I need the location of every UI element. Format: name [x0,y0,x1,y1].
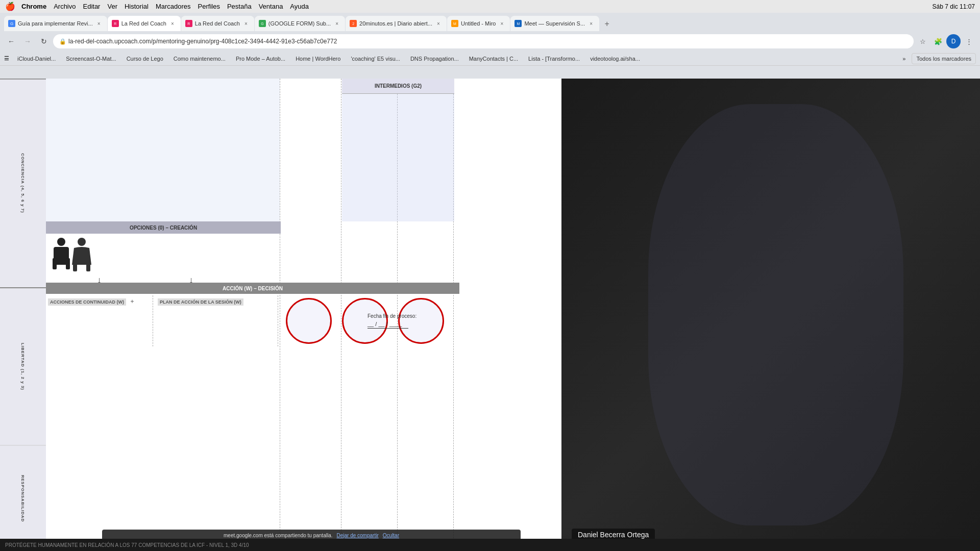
bookmark-folder[interactable]: Todos los marcadores [912,53,976,64]
tab-title-6: Untitled - Miro [461,20,496,27]
bookmark-wordhero[interactable]: Home | WordHero [291,53,345,64]
opciones-label: OPCIONES (0) – CREACIÓN [130,225,197,231]
more-button[interactable]: ⋮ [962,34,976,48]
accion-bar: ACCIÓN (W) – DECISIÓN [46,283,459,294]
menu-archivo[interactable]: Archivo [54,3,76,10]
bookmark-lista[interactable]: Lista - [Transformo... [524,53,584,64]
menu-editar[interactable]: Editar [83,3,100,10]
svg-point-4 [78,238,86,246]
tab-6[interactable]: M Untitled - Miro × [447,16,510,31]
menu-ventana[interactable]: Ventana [259,3,283,10]
tab-close-1[interactable]: × [95,19,103,28]
bookmarks-icon: ☰ [4,55,9,62]
tab-title-4: (GOOGLE FORM) Sub... [268,20,331,27]
hide-notification-button[interactable]: Ocultar [383,533,399,538]
add-accion-button[interactable]: + [130,298,134,305]
bookmarks-more-button[interactable]: » [900,56,908,62]
bottom-status-text: PROTÉGETE HUMANAMENTE EN RELACIÓN A LOS … [5,542,249,548]
bookmark-dns[interactable]: DNS Propagation... [406,53,463,64]
upper-left-bg [46,79,280,221]
back-button[interactable]: ← [4,34,18,48]
tab-3[interactable]: R La Red del Coach × [181,16,254,31]
tab-close-5[interactable]: × [434,19,443,28]
accion-label: ACCIÓN (W) – DECISIÓN [223,286,283,291]
tab-5[interactable]: 2 20minutos.es | Diario abiert... × [346,16,447,31]
tab-title-2: La Red del Coach [121,20,166,27]
bookmark-star-button[interactable]: ☆ [916,34,930,48]
sidebar-section-libertad: LIBERTAD (1, 2 y 3) [0,287,46,445]
main-content: CONCIENCIA (4, 5, 6 y 7) LIBERTAD (1, 2 … [0,79,980,551]
bookmark-como[interactable]: Como maintenemo... [169,53,230,64]
large-video-bg [561,79,980,551]
stop-sharing-link[interactable]: Dejar de compartir [336,533,378,538]
tab-7[interactable]: M Meet — Supervisión S... × [510,16,599,31]
person-2-silhouette [69,237,94,272]
libertad-label: LIBERTAD (1, 2 y 3) [21,343,26,390]
bookmark-coaching[interactable]: 'coaching' E5 visu... [347,53,404,64]
bookmark-videotoolog[interactable]: videotoolog.ai/sha... [586,53,644,64]
circle-intermedios-1 [286,298,332,344]
tab-close-2[interactable]: × [168,19,177,28]
upper-right-bg [342,94,454,221]
tab-title-7: Meet — Supervisión S... [524,20,585,27]
tab-1[interactable]: G Guía para implementar Revi... × [4,16,107,31]
fecha-value: __ / __ / ____ [368,321,408,329]
apple-menu[interactable]: 🍎 [5,2,15,11]
share-notification-text: meet.google.com está compartiendo tu pan… [224,533,332,538]
bookmark-manycontacts[interactable]: ManyContacts | C... [465,53,522,64]
toolbar-right: ☆ 🧩 D ⋮ [916,34,976,48]
intermedios-text: INTERMEDIOS (G2) [375,83,422,89]
tab-4[interactable]: G (GOOGLE FORM) Sub... × [255,16,345,31]
tab-favicon-2: R [112,20,119,27]
bookmark-screencast[interactable]: Screencast-O-Mat... [62,53,120,64]
tab-close-4[interactable]: × [333,19,341,28]
coaching-webpage: CONCIENCIA (4, 5, 6 y 7) LIBERTAD (1, 2 … [0,79,459,551]
reload-button[interactable]: ↻ [37,34,51,48]
chrome-window: G Guía para implementar Revi... × R La R… [0,13,980,551]
acciones-continuidad-area: ACCIONES DE CONTINUIDAD (W) + [46,295,153,346]
svg-point-0 [57,238,65,246]
menu-marcadores[interactable]: Marcadores [156,3,191,10]
address-bar-area: ← → ↻ 🔒 la-red-del-coach.upcoach.com/p/m… [0,31,980,52]
video-person-area [648,104,903,525]
bookmark-lego[interactable]: Curso de Lego [122,53,167,64]
fecha-fin-area: Fecha fin de proceso: __ / __ / ____ [368,313,416,329]
url-text: la-red-del-coach.upcoach.com/p/mentoring… [68,38,908,45]
persons-area [48,237,110,278]
acciones-continuidad-label: ACCIONES DE CONTINUIDAD (W) [48,298,126,306]
new-tab-button[interactable]: + [600,17,614,31]
bookmark-promode[interactable]: Pro Mode – Autob... [232,53,289,64]
tab-close-7[interactable]: × [587,19,595,28]
sidebar-section-conciencia: CONCIENCIA (4, 5, 6 y 7) [0,79,46,287]
menubar-right-icons: Sáb 7 dic 11:07 [933,3,975,10]
menu-ver[interactable]: Ver [107,3,117,10]
tab-favicon-6: M [451,20,458,27]
menu-ayuda[interactable]: Ayuda [290,3,309,10]
extensions-button[interactable]: 🧩 [931,34,945,48]
tab-favicon-4: G [259,20,266,27]
tab-close-3[interactable]: × [242,19,250,28]
fecha-fin-label: Fecha fin de proceso: [368,313,416,319]
tab-title-5: 20minutos.es | Diario abiert... [359,20,432,27]
coaching-grid-area: INTERMEDIOS (G2) OPCIONES (0) – CREACIÓN [46,79,459,551]
opciones-bar: OPCIONES (0) – CREACIÓN [46,221,281,234]
menubar-time: Sáb 7 dic 11:07 [933,3,975,10]
large-video-panel: Daniel Becerra Ortega [561,79,980,551]
bookmarks-bar: ☰ iCloud-Daniel... Screencast-O-Mat... C… [0,52,980,66]
tab-bar: G Guía para implementar Revi... × R La R… [0,13,980,31]
menu-pestana[interactable]: Pestaña [227,3,252,10]
address-bar[interactable]: 🔒 la-red-del-coach.upcoach.com/p/mentori… [53,34,914,48]
menu-historial[interactable]: Historial [125,3,149,10]
forward-button[interactable]: → [20,34,35,48]
tab-favicon-5: 2 [350,20,357,27]
svg-rect-6 [86,262,90,271]
bookmark-icloud[interactable]: iCloud-Daniel... [13,53,60,64]
profile-button[interactable]: D [946,34,961,48]
tab-2[interactable]: R La Red del Coach × [108,16,181,31]
sidebar-section-responsabilidad: RESPONSABILIDAD [0,445,46,551]
plan-accion-area: PLAN DE ACCIÓN DE LA SESIÓN (W) [156,295,278,346]
plan-accion-label: PLAN DE ACCIÓN DE LA SESIÓN (W) [158,298,243,306]
menu-perfiles[interactable]: Perfiles [198,3,220,10]
app-name[interactable]: Chrome [21,3,46,10]
tab-close-6[interactable]: × [498,19,506,28]
